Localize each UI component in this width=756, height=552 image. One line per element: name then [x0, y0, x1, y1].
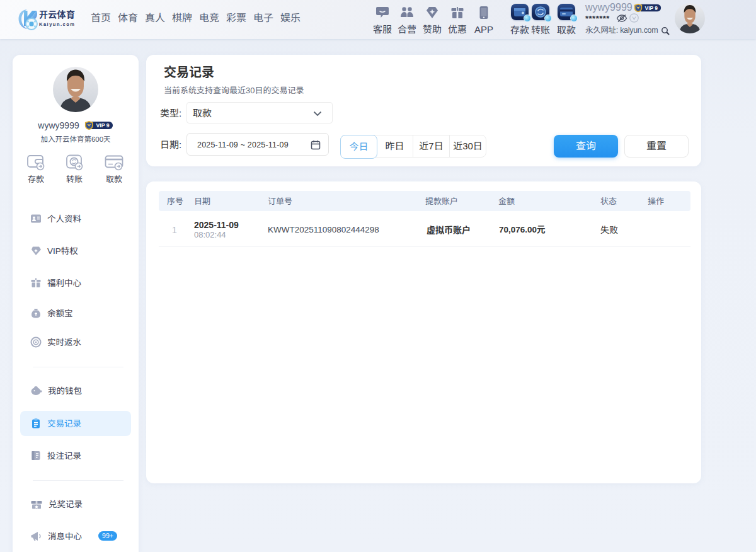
- svg-text:VIP 9: VIP 9: [96, 122, 109, 129]
- svg-text:VIP 9: VIP 9: [645, 5, 658, 11]
